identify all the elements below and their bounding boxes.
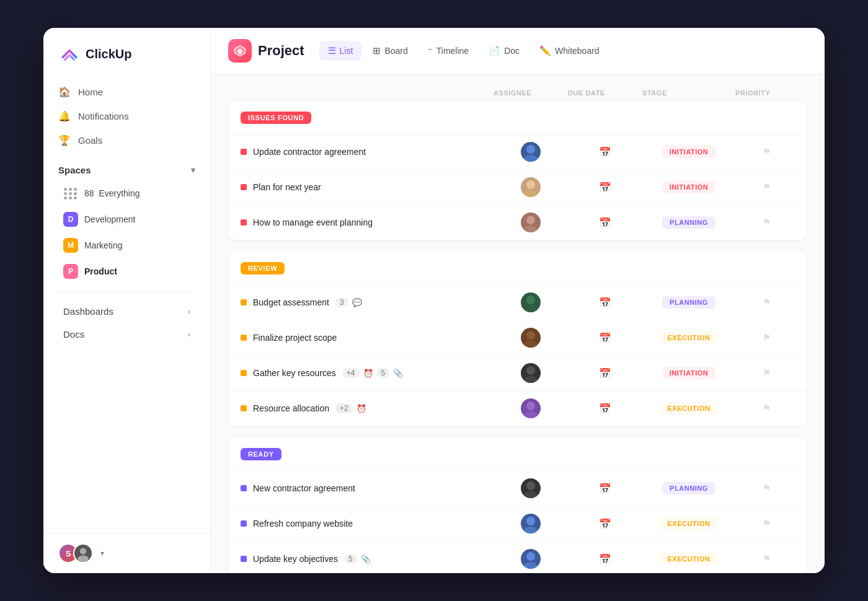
table-row[interactable]: Finalize project scope 📅 EXECUTION [228,320,807,355]
paperclip-icon: 📎 [393,369,403,378]
calendar-icon: 📅 [599,182,611,193]
user-caret[interactable]: ▾ [100,549,104,558]
tab-board[interactable]: ⊞ Board [364,41,416,61]
flag-icon: ⚑ [763,403,771,414]
calendar-icon: 📅 [599,146,611,158]
stage-cell: EXECUTION [642,553,735,565]
timer-icon: ⏰ [356,404,366,413]
task-name: Update contractor agreement [253,147,366,157]
priority-cell: ⚑ [735,553,797,564]
svg-point-0 [80,548,87,555]
tab-doc[interactable]: 📄 Doc [480,41,528,61]
avatar [521,549,541,569]
avatar [521,328,541,348]
group-review-header: REVIEW [228,252,807,284]
development-badge: D [63,212,78,227]
date-cell[interactable]: 📅 [568,217,642,229]
date-cell[interactable]: 📅 [568,518,642,530]
avatar [521,177,541,197]
spaces-section-header: Spaces ▾ [43,152,210,180]
svg-point-14 [526,401,535,410]
task-meta: +2 ⏰ [335,403,366,413]
table-row[interactable]: Update contractor agreement 📅 INITIATION [228,134,807,169]
whiteboard-tab-icon: ✏️ [539,45,551,56]
date-cell[interactable]: 📅 [568,553,642,565]
nav-item-notifications[interactable]: 🔔 Notifications [51,104,203,128]
ready-badge: READY [241,448,281,460]
sidebar-item-everything[interactable]: 88 Everything [48,180,205,206]
task-name: Plan for next year [253,182,321,192]
date-cell[interactable]: 📅 [568,182,642,193]
task-meta: 5 📎 [344,554,371,564]
priority-cell: ⚑ [735,146,797,157]
svg-point-19 [524,527,538,533]
assignee-cell [494,177,568,197]
table-row[interactable]: Budget assessment 3 💬 📅 [228,284,807,320]
app-name: ClickUp [86,47,131,61]
tab-list[interactable]: ☰ List [319,41,362,61]
date-cell[interactable]: 📅 [568,297,642,309]
timeline-tab-icon: ⁻ [428,45,433,56]
task-name-cell: Resource allocation +2 ⏰ [241,403,494,413]
stage-cell: PLANNING [642,296,735,309]
task-name: New contractor agreement [253,483,355,493]
nav-home-label: Home [78,87,103,97]
tab-timeline[interactable]: ⁻ Timeline [419,41,477,61]
svg-point-9 [524,305,538,312]
table-row[interactable]: Refresh company website 📅 EXECUTION [228,506,807,541]
sidebar-item-dashboards[interactable]: Dashboards › [48,300,205,323]
table-row[interactable]: Plan for next year 📅 INITIATION ⚑ [228,169,807,204]
doc-tab-label: Doc [504,46,520,56]
table-row[interactable]: New contractor agreement 📅 PLANNING [228,470,807,506]
task-name: Finalize project scope [253,333,337,343]
calendar-icon: 📅 [599,483,611,494]
date-cell[interactable]: 📅 [568,483,642,494]
spaces-chevron[interactable]: ▾ [191,165,195,175]
assignee-cell [494,549,568,569]
sidebar-item-marketing[interactable]: M Marketing [48,232,205,258]
home-icon: 🏠 [58,86,71,98]
product-badge: P [63,264,78,279]
tab-whiteboard[interactable]: ✏️ Whiteboard [531,41,608,61]
priority-cell: ⚑ [735,403,797,414]
issues-badge: ISSUES FOUND [241,112,311,124]
task-name: Gather key resources [253,368,336,378]
col-due-date: DUE DATE [568,89,642,97]
date-cell[interactable]: 📅 [568,146,642,158]
flag-icon: ⚑ [763,297,771,308]
sidebar-item-product[interactable]: P Product [48,258,205,284]
col-task [258,89,494,97]
table-row[interactable]: Resource allocation +2 ⏰ 📅 [228,390,807,426]
stage-cell: EXECUTION [642,402,735,415]
sidebar-item-development[interactable]: D Development [48,206,205,232]
avatar-user2[interactable] [73,543,93,563]
flag-icon: ⚑ [763,483,771,494]
task-name-cell: Budget assessment 3 💬 [241,297,494,307]
date-cell[interactable]: 📅 [568,367,642,379]
svg-point-2 [526,145,535,154]
nav-item-home[interactable]: 🏠 Home [51,80,203,104]
assignee-cell [494,478,568,498]
task-dot-yellow [241,335,247,341]
col-stage: STAGE [642,89,735,97]
assignee-cell [494,292,568,312]
table-row[interactable]: Gather key resources +4 ⏰ 5 📎 [228,355,807,390]
stage-badge: EXECUTION [660,517,717,530]
meta-count: 5 [344,554,357,564]
avatar [521,478,541,498]
stage-badge: INITIATION [662,146,716,158]
assignee-cell [494,328,568,348]
stage-cell: PLANNING [642,482,735,494]
date-cell[interactable]: 📅 [568,332,642,344]
clickup-logo-icon [58,43,81,65]
task-area: ASSIGNEE DUE DATE STAGE PRIORITY ISSUES … [211,74,825,573]
table-row[interactable]: How to manage event planning 📅 PLANNING [228,204,807,240]
project-icon [228,39,252,63]
date-cell[interactable]: 📅 [568,403,642,415]
nav-item-goals[interactable]: 🏆 Goals [51,128,203,152]
table-row[interactable]: Update key objectives 5 📎 📅 [228,541,807,573]
everything-label: 88 Everything [84,188,140,198]
task-name-cell: Refresh company website [241,519,494,529]
flag-icon: ⚑ [763,553,771,564]
sidebar-item-docs[interactable]: Docs › [48,323,205,346]
